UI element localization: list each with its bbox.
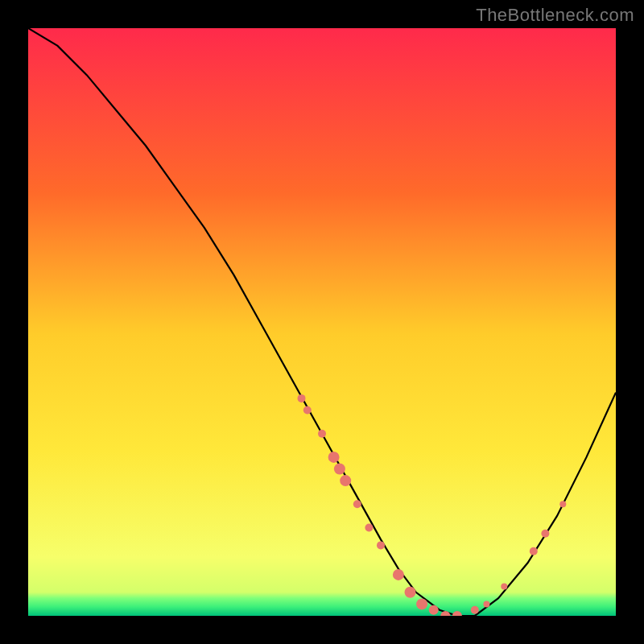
- marker-point: [340, 475, 351, 486]
- marker-point: [303, 407, 312, 415]
- marker-point: [416, 598, 427, 609]
- marker-point: [541, 530, 549, 538]
- plot-area: [28, 28, 616, 616]
- marker-point: [353, 500, 361, 508]
- marker-point: [501, 584, 507, 590]
- gradient-background: [28, 28, 616, 616]
- marker-point: [393, 569, 404, 580]
- marker-point: [471, 606, 479, 614]
- marker-point: [377, 541, 385, 549]
- marker-point: [483, 601, 489, 607]
- bottleneck-chart: [28, 28, 616, 616]
- marker-point: [530, 547, 538, 555]
- marker-point: [405, 587, 416, 598]
- marker-point: [365, 524, 373, 532]
- marker-point: [328, 452, 340, 463]
- watermark-text: TheBottleneck.com: [476, 5, 634, 26]
- marker-point: [318, 430, 326, 438]
- marker-point: [559, 501, 566, 507]
- marker-point: [429, 605, 439, 615]
- marker-point: [298, 394, 306, 402]
- marker-point: [334, 464, 345, 475]
- chart-frame: TheBottleneck.com: [0, 0, 644, 644]
